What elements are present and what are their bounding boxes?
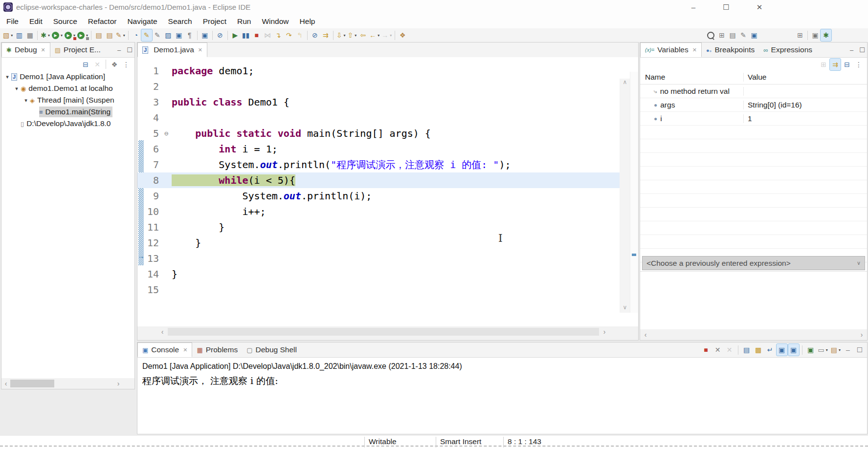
variable-row[interactable]: ⤷no method return val	[640, 85, 867, 98]
menu-window[interactable]: Window	[256, 15, 294, 28]
code-line-5[interactable]: 5⊖ public static void main(String[] args…	[137, 126, 620, 141]
pin-console-icon[interactable]: ▣	[777, 344, 787, 356]
perspective-icon-3[interactable]: ▣	[749, 29, 759, 41]
toggle-mark-icon[interactable]: ⊘	[215, 29, 225, 41]
menu-file[interactable]: File	[1, 15, 24, 28]
remote-desktop-icon[interactable]: ▣	[200, 29, 210, 41]
menu-navigate[interactable]: Navigate	[122, 15, 162, 28]
line-number[interactable]: 7	[137, 159, 161, 171]
suspend-icon[interactable]: ▮▮	[241, 29, 251, 41]
step-return-icon[interactable]: ↰	[294, 29, 305, 41]
chevron-down-icon[interactable]: ∨	[857, 260, 861, 266]
disconnect-icon[interactable]: ⋈	[262, 29, 273, 41]
view-menu-icon[interactable]: ⋮	[121, 59, 132, 70]
maximize-view-icon[interactable]: ☐	[859, 46, 865, 54]
fold-collapse-icon[interactable]: ⊖	[161, 129, 172, 137]
variables-horizontal-scrollbar[interactable]: ‹ ›	[640, 329, 867, 340]
terminate-icon[interactable]: ■	[701, 344, 712, 356]
pin-icon[interactable]: ▣	[805, 344, 816, 356]
minimize-view-icon[interactable]: –	[850, 46, 853, 54]
show-type-names-icon[interactable]: ⊞	[818, 59, 829, 70]
line-number[interactable]: 4	[137, 112, 161, 124]
close-icon[interactable]: ✕	[198, 47, 202, 53]
minimize-button[interactable]: –	[682, 0, 705, 14]
scroll-up-icon[interactable]: ∧	[620, 79, 630, 87]
menu-search[interactable]: Search	[163, 15, 198, 28]
collapse-all-icon[interactable]: ⊟	[842, 59, 852, 70]
close-icon[interactable]: ✕	[692, 47, 697, 53]
line-number[interactable]: 9	[137, 190, 161, 202]
open-folder-icon[interactable]: ▤	[104, 29, 115, 41]
create-snapshot-icon[interactable]: ✎	[152, 29, 163, 41]
show-console-on-output-icon[interactable]: ▣	[788, 344, 799, 356]
code-line-4[interactable]: 4	[137, 110, 620, 126]
save-all-icon[interactable]: ▦	[24, 29, 35, 41]
tree-item[interactable]: ▾◈Thread [main] (Suspen	[1, 94, 134, 106]
tab-debug[interactable]: ✱Debug✕	[1, 43, 50, 57]
new-class-icon[interactable]: ▣	[174, 29, 184, 41]
tab-project-e-[interactable]: ▨Project E...	[50, 43, 105, 57]
perspective-icon-2[interactable]: ✎	[738, 29, 749, 41]
new-task-icon[interactable]: ◔	[131, 29, 141, 41]
next-annotation-icon[interactable]: ⇩▾	[335, 29, 347, 41]
close-icon[interactable]: ✕	[41, 47, 45, 53]
line-number[interactable]: 15	[137, 284, 161, 296]
console-output[interactable]: 程序调试演示， 注意观察 i 的值:	[142, 375, 281, 387]
scroll-down-icon[interactable]: ∨	[620, 304, 630, 313]
remove-launch-icon[interactable]: ✕	[712, 344, 723, 356]
resume-icon[interactable]: ▶	[230, 29, 241, 41]
expander-icon[interactable]: ▾	[3, 74, 11, 80]
code-line-12[interactable]: 12 }	[137, 235, 620, 251]
line-number[interactable]: 8	[137, 174, 161, 186]
maximize-view-icon[interactable]: ☐	[854, 344, 865, 356]
code-line-13[interactable]: 13	[137, 251, 620, 266]
line-number[interactable]: 12	[137, 237, 161, 249]
line-number[interactable]: 11	[137, 221, 161, 233]
code-line-8[interactable]: 8 while(i < 5){	[137, 172, 620, 188]
skip-all-breakpoints-icon[interactable]: ⊘	[310, 29, 320, 41]
line-number[interactable]: 10	[137, 206, 161, 217]
close-icon[interactable]: ✕	[183, 347, 187, 353]
terminate-icon[interactable]: ■	[251, 29, 262, 41]
tab-console[interactable]: ▣Console✕	[137, 342, 192, 357]
tab-demo1-java[interactable]: J Demo1.java ✕	[137, 43, 207, 57]
code-line-1[interactable]: 1package demo1;	[137, 63, 620, 79]
show-logical-structures-icon[interactable]: ⇉	[830, 59, 841, 70]
step-over-icon[interactable]: ↷	[284, 29, 294, 41]
word-wrap-icon[interactable]: ↵	[765, 344, 776, 356]
column-header-name[interactable]: Name	[640, 73, 744, 82]
expander-icon[interactable]: ▾	[22, 97, 30, 104]
show-whitespace-icon[interactable]: ¶	[184, 29, 195, 41]
open-perspective-shortcut-icon[interactable]: ⊞	[716, 29, 727, 41]
scroll-right-icon[interactable]: ›	[114, 378, 123, 389]
perspective-icon-1[interactable]: ▤	[727, 29, 738, 41]
menu-refactor[interactable]: Refactor	[83, 15, 122, 28]
tab-problems[interactable]: ▦Problems	[192, 342, 242, 357]
expander-icon[interactable]: ▾	[13, 86, 21, 92]
view-menu-icon[interactable]: ⋮	[853, 59, 864, 70]
maximize-button[interactable]: ☐	[715, 0, 737, 14]
variable-row[interactable]: ●i1	[640, 112, 867, 126]
run-external-tools-icon[interactable]: ▶▾	[76, 29, 89, 41]
remove-all-terminated-icon[interactable]: ✕	[92, 59, 103, 70]
scroll-right-icon[interactable]: ›	[857, 329, 866, 340]
menu-help[interactable]: Help	[294, 15, 321, 28]
code-line-6[interactable]: 6 int i = 1;	[137, 141, 620, 157]
scroll-lock-icon[interactable]: ▩	[753, 344, 764, 356]
variable-row[interactable]: ●argsString[0] (id=16)	[640, 98, 867, 112]
open-type-icon[interactable]: ▨	[163, 29, 174, 41]
java-perspective-button[interactable]: ▣	[810, 29, 821, 41]
tab-variables[interactable]: (x)=Variables✕	[640, 43, 702, 57]
maximize-view-icon[interactable]: ☐	[127, 46, 133, 54]
open-java-browsing-icon[interactable]: ▤	[93, 29, 104, 41]
pin-editor-icon[interactable]: ❖	[397, 29, 408, 41]
scroll-left-icon[interactable]: ‹	[641, 329, 650, 340]
code-line-2[interactable]: 2	[137, 79, 620, 94]
collapse-all-icon[interactable]: ⊟	[80, 59, 91, 70]
line-number[interactable]: 2	[137, 81, 161, 92]
run-icon[interactable]: ▶▾	[51, 29, 64, 41]
minimize-view-icon[interactable]: –	[117, 46, 121, 54]
code-line-11[interactable]: 11 }	[137, 219, 620, 235]
code-line-15[interactable]: 15	[137, 282, 620, 298]
tree-item[interactable]: ▾◉demo1.Demo1 at localho	[1, 83, 134, 94]
